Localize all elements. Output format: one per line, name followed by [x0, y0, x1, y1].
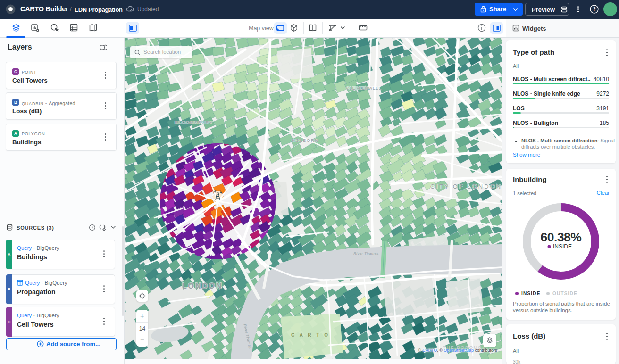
svg-text:CLERKENWELL: CLERKENWELL [346, 86, 381, 91]
svg-text:LONDON: LONDON [182, 281, 223, 290]
svg-text:BLOOMSBURY: BLOOMSBURY [175, 120, 213, 125]
svg-text:CITY OF LONDON: CITY OF LONDON [430, 183, 502, 190]
svg-text:River Thames: River Thames [353, 251, 378, 256]
svg-text:C A R T O: C A R T O [291, 332, 330, 338]
svg-text:INSIDE: INSIDE [553, 243, 572, 250]
svg-text:HOLBORN: HOLBORN [292, 138, 318, 143]
svg-text:60.38%: 60.38% [541, 230, 582, 244]
svg-text:?: ? [593, 6, 596, 12]
